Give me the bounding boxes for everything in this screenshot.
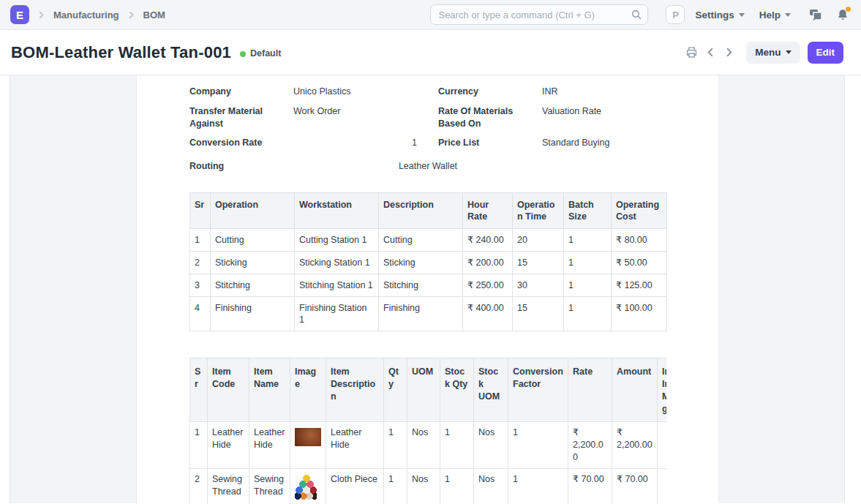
cell-description: Cutting [379,229,463,252]
right-edge-panel[interactable] [844,75,861,503]
column-header: Hour Rate [463,193,513,229]
price-list-value: Standard Buying [542,137,666,149]
currency-value: INR [542,86,666,98]
edit-button-label: Edit [816,47,835,58]
notifications-bell-icon[interactable] [836,8,849,22]
cell-conversion-factor: 1 [508,422,568,469]
cell-sr: 3 [190,274,211,297]
cell-sr: 2 [190,252,211,274]
cell-include-in-manufacturing [658,422,667,469]
cell-batch-size: 1 [564,274,612,297]
rate-of-materials-based-on-label: Rate Of Materials Based On [438,105,542,130]
cell-item-description: Cloth Piece [326,469,384,504]
cell-batch-size: 1 [564,252,612,274]
print-icon[interactable] [685,46,698,59]
prev-record-chevron-icon[interactable] [705,47,716,58]
cell-amount: ₹ 70.00 [612,469,658,504]
table-row[interactable]: 2 Sticking Sticking Station 1 Sticking ₹… [190,252,667,274]
column-header: Item Description [326,358,384,422]
items-table: Sr Item Code Item Name Image Item Descri… [189,358,666,504]
menu-button-label: Menu [755,47,781,58]
column-header: Conversion Factor [508,358,568,422]
cell-conversion-factor: 1 [508,469,568,504]
cell-item-name: Leather Hide [249,422,290,469]
edit-button[interactable]: Edit [808,42,844,64]
transfer-material-against-value: Work Order [293,105,421,130]
left-edge-panel [0,75,10,503]
cell-hour-rate: ₹ 200.00 [463,252,513,274]
breadcrumb-bom[interactable]: BOM [143,10,165,20]
breadcrumb-manufacturing[interactable]: Manufacturing [53,10,119,20]
status-badge: Default [250,48,281,59]
rate-of-materials-based-on-value: Valuation Rate [542,105,666,130]
help-menu[interactable]: Help [759,10,791,20]
company-label: Company [189,86,293,98]
breadcrumb-chevron-icon [127,10,136,20]
cell-rate: ₹ 2,200.00 [568,422,612,469]
chat-icon[interactable] [808,8,823,21]
cell-stock-qty: 1 [440,469,474,504]
cell-item-description: Leather Hide [326,422,384,469]
cell-operation-time: 15 [513,297,564,331]
page-content: Company Unico Plastics Currency INR Tran… [0,75,861,503]
cell-operating-cost: ₹ 80.00 [612,229,667,252]
cell-workstation: Stitching Station 1 [295,274,379,297]
price-list-label: Price List [438,137,542,149]
settings-menu[interactable]: Settings [695,10,744,20]
cell-item-code: Sewing Thread [208,469,249,504]
cell-operating-cost: ₹ 100.00 [612,297,667,331]
help-label: Help [759,10,781,20]
cell-hour-rate: ₹ 240.00 [463,229,513,252]
cell-description: Stitching [379,274,463,297]
search-input[interactable] [430,4,648,25]
chevron-down-icon [785,13,791,17]
cell-item-name: Sewing Thread [249,469,290,504]
operations-header-row: Sr Operation Workstation Description Hou… [190,193,667,229]
cell-amount: ₹ 2,200.00 [612,422,658,469]
column-header: Sr [190,358,208,422]
cell-operation: Sticking [211,252,295,274]
form-row: Conversion Rate 1 Price List Standard Bu… [189,137,666,149]
column-header: Workstation [295,193,379,229]
column-header: Stock UOM [474,358,508,422]
column-header: Sr [190,193,211,229]
column-header: Description [379,193,463,229]
thread-spools-photo [295,473,317,500]
cell-operating-cost: ₹ 125.00 [612,274,667,297]
cell-description: Finishing [379,297,463,331]
leather-hide-photo [295,428,321,446]
menu-button[interactable]: Menu [746,42,800,64]
app-logo[interactable]: E [10,5,29,24]
status-indicator-dot [240,51,246,57]
search-icon [631,9,642,20]
table-row[interactable]: 2 Sewing Thread Sewing Thread Cloth Piec… [190,469,667,504]
form-row: Transfer Material Against Work Order Rat… [189,105,666,130]
cell-sr: 1 [190,422,208,469]
column-header: Operating Cost [612,193,667,229]
table-row[interactable]: 4 Finishing Finishing Station 1 Finishin… [190,297,667,331]
operations-table: Sr Operation Workstation Description Hou… [189,192,667,331]
cell-uom: Nos [407,469,440,504]
cell-operating-cost: ₹ 50.00 [612,252,667,274]
column-header: Operation Time [513,193,564,229]
table-row[interactable]: 1 Leather Hide Leather Hide Leather Hide… [190,422,667,469]
global-search [430,4,648,25]
chevron-down-icon [739,13,745,17]
cell-uom: Nos [407,422,440,469]
transfer-material-against-label: Transfer Material Against [189,105,293,130]
cell-qty: 1 [384,469,407,504]
form-row: Company Unico Plastics Currency INR [189,86,666,98]
cell-operation: Cutting [211,229,295,252]
cell-workstation: Cutting Station 1 [295,229,379,252]
next-record-chevron-icon[interactable] [723,47,734,58]
column-header: Rate [568,358,612,422]
table-row[interactable]: 1 Cutting Cutting Station 1 Cutting ₹ 24… [190,229,667,252]
top-navbar: E Manufacturing BOM P Settings Help [0,0,861,30]
page-head: BOM-Leather Wallet Tan-001 Default Menu … [0,30,861,75]
column-header: Image [290,358,326,422]
cell-sr: 4 [190,297,211,331]
cell-hour-rate: ₹ 250.00 [463,274,513,297]
table-row[interactable]: 3 Stitching Stitching Station 1 Stitchin… [190,274,667,297]
user-avatar[interactable]: P [666,5,685,24]
app-logo-letter: E [16,9,23,21]
